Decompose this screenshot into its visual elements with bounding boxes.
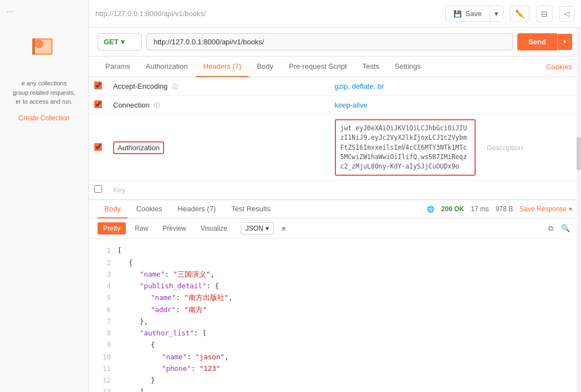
code-line-4: 4"publish_detail": {: [98, 280, 572, 292]
save-response-button[interactable]: Save Response ▾: [519, 205, 572, 213]
tab-pre-request[interactable]: Pre-request Script: [281, 57, 355, 77]
send-dropdown-button[interactable]: ▾: [557, 34, 572, 50]
sidebar-empty-text: e any collections group related requests…: [0, 74, 88, 111]
save-dropdown-button[interactable]: ▾: [490, 6, 503, 21]
headers-table: Accept-Encoding ⓘ gzip, deflate, br Conn…: [89, 77, 581, 200]
code-line-1: 1[: [98, 245, 572, 256]
method-selector[interactable]: GET ▾: [98, 33, 142, 50]
response-status-area: 🌐 200 OK 17 ms 978 B Save Response ▾: [427, 205, 572, 213]
header-checkbox-3[interactable]: [94, 143, 102, 151]
tab-params[interactable]: Params: [98, 57, 138, 77]
svg-rect-3: [32, 38, 35, 55]
resp-tab-cookies[interactable]: Cookies: [130, 200, 169, 218]
expand-icon-button[interactable]: ◁: [559, 6, 574, 22]
json-dropdown-icon: ▾: [266, 225, 269, 232]
table-row: Connection ⓘ keep-alive: [89, 96, 581, 115]
resp-tab-body[interactable]: Body: [98, 200, 128, 218]
save-main-button[interactable]: 💾 Save: [446, 6, 490, 21]
jwt-token-value: jwt eyJ0eXAiOiJKV1QiLCJhbGciOiJIUzI1NiJ9…: [335, 119, 476, 176]
json-format-selector[interactable]: JSON ▾: [241, 222, 274, 235]
authorization-label: Authorization: [113, 141, 164, 154]
header-desc-1: [481, 77, 581, 96]
resp-tab-headers[interactable]: Headers (7): [171, 200, 223, 218]
fmt-pretty[interactable]: Pretty: [98, 222, 126, 235]
breadcrumb-url: http://127.0.0.1:8000/api/v1/books/: [95, 9, 206, 18]
table-row: Accept-Encoding ⓘ gzip, deflate, br: [89, 77, 581, 96]
header-value-authorization: jwt eyJ0eXAiOiJKV1QiLCJhbGciOiJIUzI1NiJ9…: [329, 115, 481, 181]
header-desc-4: [481, 181, 581, 200]
code-line-10: 10"name": "jason",: [98, 351, 572, 363]
layout-icon-button[interactable]: ⊟: [536, 6, 553, 22]
header-value-2: keep-alive: [329, 96, 481, 115]
header-key-authorization: Authorization: [108, 115, 329, 181]
search-icon[interactable]: 🔍: [559, 222, 572, 235]
fmt-preview[interactable]: Preview: [157, 222, 192, 235]
tab-authorization[interactable]: Authorization: [138, 57, 196, 77]
top-bar: http://127.0.0.1:8000/api/v1/books/ 💾 Sa…: [89, 0, 581, 28]
method-url-row: GET ▾ Send ▾: [89, 28, 581, 57]
table-row: Authorization jwt eyJ0eXAiOiJKV1QiLCJhbG…: [89, 115, 581, 181]
header-key-1: Accept-Encoding ⓘ: [108, 77, 329, 96]
table-row: Key: [89, 181, 581, 200]
scrollbar-thumb[interactable]: [577, 137, 581, 170]
tab-headers[interactable]: Headers (7): [196, 57, 249, 77]
code-line-2: 2{: [98, 257, 572, 268]
header-checkbox-4[interactable]: [94, 185, 102, 193]
response-size: 978 B: [496, 205, 513, 213]
sidebar-more-icon[interactable]: ···: [7, 7, 14, 17]
response-time: 17 ms: [471, 205, 489, 213]
method-dropdown-icon: ▾: [121, 38, 125, 46]
code-line-5: 5"name": "南方出版社",: [98, 292, 572, 303]
code-line-8: 8"author_list": [: [98, 327, 572, 339]
code-line-11: 11"phone": "123": [98, 363, 572, 374]
response-tabs-row: Body Cookies Headers (7) Test Results 🌐 …: [89, 200, 581, 218]
fmt-visualize[interactable]: Visualize: [195, 222, 233, 235]
response-code-area: 1[ 2{ 3"name": "三国演义", 4"publish_detail"…: [89, 239, 581, 392]
url-input[interactable]: [146, 33, 513, 50]
code-line-13: 13]: [98, 386, 572, 392]
main-content: http://127.0.0.1:8000/api/v1/books/ 💾 Sa…: [89, 0, 581, 392]
url-bar: http://127.0.0.1:8000/api/v1/books/ 💾 Sa…: [95, 6, 574, 22]
header-key-2: Connection ⓘ: [108, 96, 329, 115]
header-value-1: gzip, deflate, br: [329, 77, 481, 96]
send-main-button[interactable]: Send: [517, 33, 557, 50]
info-icon-1: ⓘ: [172, 83, 178, 90]
tab-tests[interactable]: Tests: [355, 57, 387, 77]
copy-icon[interactable]: ⧉: [546, 222, 555, 235]
edit-icon-button[interactable]: ✏️: [510, 6, 529, 22]
wrap-lines-icon[interactable]: ≡: [282, 225, 286, 233]
header-value-4: [329, 181, 481, 200]
resp-tab-test-results[interactable]: Test Results: [225, 200, 277, 218]
tab-body[interactable]: Body: [249, 57, 281, 77]
save-button-group: 💾 Save ▾: [445, 6, 503, 22]
create-collection-link[interactable]: Create Collection: [0, 111, 88, 125]
code-line-7: 7},: [98, 315, 572, 327]
tab-settings[interactable]: Settings: [387, 57, 429, 77]
info-icon-2: ⓘ: [154, 102, 160, 109]
status-code: 200 OK: [441, 205, 464, 213]
code-line-6: 6"addr": "南方": [98, 304, 572, 315]
method-label: GET: [104, 38, 119, 46]
globe-icon: 🌐: [427, 206, 435, 213]
scrollbar-track: [577, 28, 581, 392]
format-action-icons: ⧉ 🔍: [546, 222, 572, 235]
header-desc-2: [481, 96, 581, 115]
header-checkbox-2[interactable]: [94, 100, 102, 108]
format-row: Pretty Raw Preview Visualize JSON ▾ ≡ ⧉ …: [89, 218, 581, 239]
send-button-group: Send ▾: [517, 33, 572, 50]
headers-panel: Accept-Encoding ⓘ gzip, deflate, br Conn…: [89, 77, 581, 200]
header-checkbox-1[interactable]: [94, 82, 102, 89]
left-sidebar: ··· e any collections group related requ…: [0, 0, 89, 392]
tab-cookies[interactable]: Cookies: [546, 57, 572, 77]
sidebar-illustration: [0, 19, 88, 74]
code-line-9: 9{: [98, 339, 572, 350]
json-label: JSON: [246, 225, 263, 232]
header-key-4: Key: [108, 181, 329, 200]
header-desc-3: Description: [481, 115, 581, 181]
request-tabs-row: Params Authorization Headers (7) Body Pr…: [89, 57, 581, 77]
save-response-dropdown[interactable]: ▾: [569, 205, 572, 213]
code-line-3: 3"name": "三国演义",: [98, 268, 572, 280]
svg-point-2: [34, 39, 43, 48]
code-line-12: 12}: [98, 374, 572, 386]
fmt-raw[interactable]: Raw: [129, 222, 154, 235]
